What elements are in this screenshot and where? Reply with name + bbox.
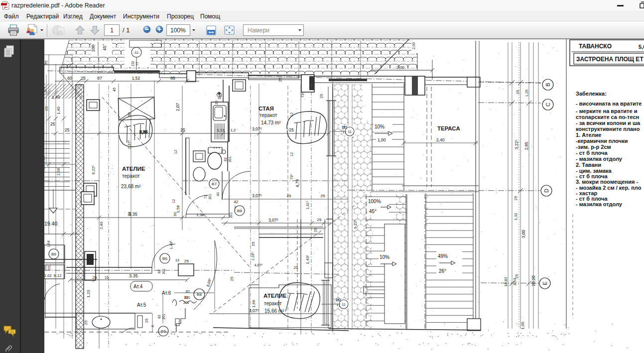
svg-text:1,00: 1,00: [378, 137, 386, 142]
svg-text:201: 201: [162, 314, 165, 320]
svg-text:82: 82: [184, 296, 188, 299]
svg-text:49%: 49%: [438, 253, 448, 259]
svg-text:12: 12: [289, 152, 294, 156]
svg-text:- мазилка отдолу: - мазилка отдолу: [576, 201, 623, 207]
svg-text:3,07⁵: 3,07⁵: [252, 193, 262, 198]
svg-text:3,35: 3,35: [139, 129, 148, 134]
svg-text:- височината на вратите: - височината на вратите: [576, 101, 642, 107]
svg-text:152: 152: [342, 125, 347, 129]
svg-text:10%: 10%: [380, 254, 389, 260]
svg-text:25: 25: [278, 77, 282, 82]
svg-text:25: 25: [180, 127, 185, 132]
svg-text:25: 25: [514, 196, 518, 200]
svg-text:1,40: 1,40: [56, 107, 61, 115]
svg-text:В: В: [545, 83, 551, 86]
svg-text:73⁵: 73⁵: [300, 92, 305, 98]
svg-text:87: 87: [97, 76, 102, 81]
svg-text:77: 77: [343, 130, 347, 134]
svg-text:23,68 m²: 23,68 m²: [121, 184, 141, 189]
svg-text:3.35: 3.35: [129, 212, 137, 217]
svg-text:5,6: 5,6: [639, 44, 644, 50]
svg-text:100%: 100%: [368, 199, 381, 204]
svg-text:1,13: 1,13: [217, 128, 225, 132]
svg-text:С: С: [545, 103, 551, 107]
svg-text:201: 201: [229, 212, 233, 218]
svg-text:АТЕЛИЕ: АТЕЛИЕ: [263, 293, 287, 299]
svg-text:25: 25: [50, 121, 55, 126]
svg-text:АТЕЛИЕ: АТЕЛИЕ: [122, 166, 145, 172]
svg-text:2,00: 2,00: [411, 42, 416, 50]
svg-text:37⁵: 37⁵: [44, 87, 47, 92]
svg-text:25: 25: [65, 127, 70, 132]
svg-text:Ат.6: Ат.6: [162, 290, 171, 296]
svg-text:1,18⁵: 1,18⁵: [251, 252, 255, 261]
svg-text:13: 13: [175, 258, 179, 262]
svg-text:1.02: 1.02: [44, 273, 52, 278]
svg-text:82: 82: [234, 200, 238, 204]
svg-text:В7: В7: [212, 182, 217, 186]
svg-text:1,64: 1,64: [47, 240, 50, 247]
svg-text:20,20: 20,20: [531, 275, 536, 286]
svg-text:- за всички колони и ша: - за всички колони и ша: [576, 120, 641, 126]
svg-text:12: 12: [173, 150, 178, 154]
svg-text:СТАЯ: СТАЯ: [258, 106, 274, 112]
svg-text:3,07⁵: 3,07⁵: [268, 218, 278, 223]
svg-text:6,22⁵: 6,22⁵: [91, 165, 96, 175]
svg-text:25: 25: [289, 127, 294, 132]
svg-text:1,66: 1,66: [252, 300, 256, 308]
svg-text:82: 82: [157, 315, 161, 319]
svg-text:11: 11: [348, 130, 351, 133]
svg-text:- мазилка отдолу: - мазилка отдолу: [576, 156, 623, 162]
svg-text:-11-: -11-: [133, 51, 140, 54]
svg-text:201: 201: [208, 194, 212, 200]
svg-text:1,11: 1,11: [514, 213, 518, 221]
svg-text:1,52: 1,52: [132, 76, 140, 81]
svg-text:11: 11: [342, 303, 345, 306]
svg-text:201: 201: [162, 268, 165, 274]
svg-text:1: 1: [234, 205, 236, 209]
svg-text:3,07⁵: 3,07⁵: [249, 308, 259, 313]
svg-text:3. мокри поомещения -: 3. мокри поомещения -: [576, 179, 638, 185]
svg-text:2,37⁵: 2,37⁵: [127, 140, 131, 149]
svg-text:ТАВАНСКО: ТАВАНСКО: [579, 43, 612, 50]
svg-text:2,85: 2,85: [524, 141, 529, 150]
svg-text:25: 25: [321, 194, 325, 198]
svg-text:26°: 26°: [439, 268, 446, 274]
svg-text:152: 152: [131, 61, 134, 66]
svg-text:15: 15: [105, 276, 109, 279]
svg-text:100: 100: [91, 44, 96, 52]
svg-text:1,20: 1,20: [86, 290, 91, 298]
svg-text:- ст б плоча: - ст б плоча: [576, 150, 608, 156]
svg-text:45°: 45°: [102, 44, 107, 51]
svg-text:1.40: 1.40: [52, 95, 60, 100]
svg-text:Забележка:: Забележка:: [576, 91, 607, 97]
svg-text:40: 40: [216, 192, 220, 196]
svg-text:201: 201: [228, 156, 232, 162]
svg-text:25: 25: [81, 76, 86, 81]
svg-text:1. Ателие: 1. Ателие: [576, 132, 601, 138]
svg-text:-керамични плочки: -керамични плочки: [576, 138, 628, 144]
svg-text:201: 201: [183, 301, 189, 304]
svg-text:столарските са по-тесн: столарските са по-тесн: [576, 114, 639, 120]
svg-text:1,00: 1,00: [520, 322, 525, 330]
svg-text:теракот: теракот: [259, 113, 277, 118]
svg-text:8: 8: [151, 325, 154, 327]
svg-text:В6: В6: [162, 256, 167, 261]
svg-text:25: 25: [84, 320, 88, 325]
svg-text:25: 25: [313, 228, 318, 232]
svg-text:2,40: 2,40: [99, 222, 104, 230]
svg-text:90: 90: [173, 212, 177, 216]
svg-text:3,22⁵: 3,22⁵: [514, 139, 519, 149]
svg-text:12: 12: [171, 199, 176, 203]
svg-text:D: D: [543, 189, 549, 193]
svg-text:2,00: 2,00: [396, 65, 404, 70]
svg-text:Ат.5: Ат.5: [137, 302, 146, 308]
svg-text:10%: 10%: [375, 124, 385, 129]
svg-text:20: 20: [215, 101, 218, 105]
svg-text:ТЕРАСА: ТЕРАСА: [437, 125, 460, 131]
svg-text:1,31⁵: 1,31⁵: [305, 201, 310, 210]
svg-text:3,07⁵: 3,07⁵: [252, 126, 262, 131]
svg-text:25: 25: [44, 106, 49, 111]
svg-text:73⁵: 73⁵: [289, 174, 294, 180]
svg-text:25: 25: [294, 265, 298, 270]
